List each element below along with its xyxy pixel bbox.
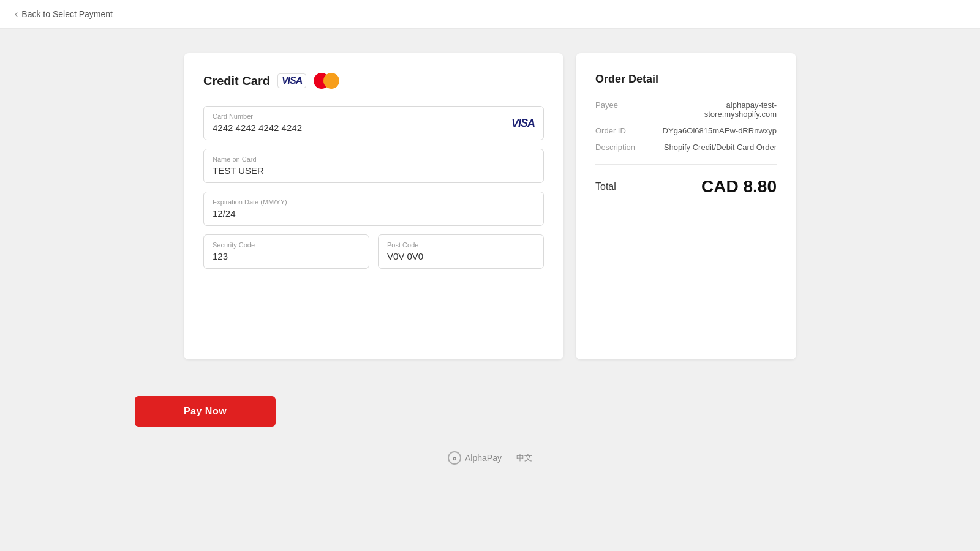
- postcode-input[interactable]: [387, 251, 535, 261]
- chevron-left-icon: ‹: [15, 9, 18, 20]
- page-content: Credit Card VISA Card Number VISA: [0, 29, 980, 384]
- card-number-input[interactable]: [213, 122, 511, 133]
- credit-card-form-panel: Credit Card VISA Card Number VISA: [184, 53, 564, 359]
- order-id-label: Order ID: [595, 126, 626, 135]
- alphapay-icon: ɑ: [448, 451, 461, 465]
- alphapay-brand: ɑ AlphaPay: [448, 451, 502, 465]
- visa-card-badge: VISA: [511, 117, 535, 130]
- footer: ɑ AlphaPay 中文: [0, 427, 980, 477]
- description-value: Shopify Credit/Debit Card Order: [664, 143, 777, 152]
- language-switch[interactable]: 中文: [516, 452, 532, 463]
- expiry-date-label: Expiration Date (MM/YY): [213, 198, 535, 206]
- order-id-row: Order ID DYga6Ol6815mAEw-dRRnwxyp: [595, 126, 777, 135]
- total-row: Total CAD 8.80: [595, 177, 777, 197]
- alphapay-name: AlphaPay: [465, 453, 502, 463]
- order-detail-panel: Order Detail Payee alphapay-test-store.m…: [576, 53, 796, 359]
- credit-card-title: Credit Card: [203, 74, 270, 88]
- expiry-date-group: Expiration Date (MM/YY): [203, 192, 544, 226]
- name-on-card-label: Name on Card: [213, 156, 535, 163]
- postcode-label: Post Code: [387, 241, 535, 249]
- security-code-label: Security Code: [213, 241, 360, 249]
- expiry-date-input[interactable]: [213, 208, 535, 219]
- name-on-card-field[interactable]: Name on Card: [203, 149, 544, 183]
- payee-row: Payee alphapay-test-store.myshopify.com: [595, 100, 777, 119]
- top-navigation: ‹ Back to Select Payment: [0, 0, 980, 29]
- back-link-label: Back to Select Payment: [21, 9, 113, 19]
- description-row: Description Shopify Credit/Debit Card Or…: [595, 143, 777, 152]
- payee-label: Payee: [595, 100, 618, 119]
- payee-value: alphapay-test-store.myshopify.com: [654, 100, 777, 119]
- order-id-value: DYga6Ol6815mAEw-dRRnwxyp: [663, 126, 777, 135]
- postcode-group: Post Code: [378, 234, 544, 269]
- pay-button-container: Pay Now: [0, 396, 980, 427]
- card-number-group: Card Number VISA: [203, 106, 544, 140]
- description-label: Description: [595, 143, 635, 152]
- card-number-field[interactable]: Card Number VISA: [203, 106, 544, 140]
- mastercard-logo: [314, 73, 339, 89]
- back-to-payment-link[interactable]: ‹ Back to Select Payment: [15, 9, 113, 20]
- security-code-input[interactable]: [213, 251, 360, 261]
- order-detail-title: Order Detail: [595, 73, 777, 86]
- visa-logo: VISA: [277, 73, 306, 88]
- mastercard-circle-orange: [323, 73, 339, 89]
- total-amount: CAD 8.80: [701, 177, 777, 197]
- name-on-card-group: Name on Card: [203, 149, 544, 183]
- security-postcode-row: Security Code Post Code: [203, 234, 544, 277]
- card-number-label: Card Number: [213, 113, 511, 120]
- total-label: Total: [595, 181, 616, 192]
- security-code-group: Security Code: [203, 234, 369, 269]
- security-code-field[interactable]: Security Code: [203, 234, 369, 269]
- expiry-date-field[interactable]: Expiration Date (MM/YY): [203, 192, 544, 226]
- card-form-header: Credit Card VISA: [203, 73, 544, 89]
- postcode-field[interactable]: Post Code: [378, 234, 544, 269]
- pay-now-button[interactable]: Pay Now: [135, 396, 276, 427]
- order-divider: [595, 164, 777, 165]
- name-on-card-input[interactable]: [213, 165, 535, 176]
